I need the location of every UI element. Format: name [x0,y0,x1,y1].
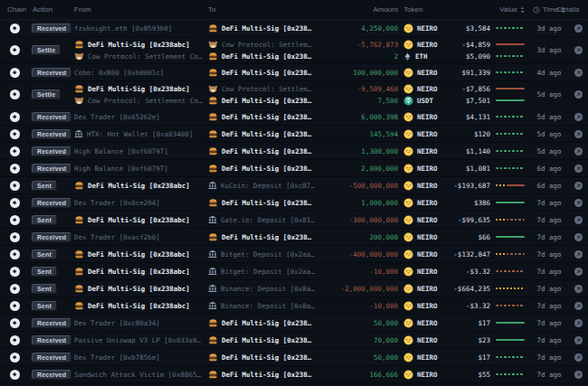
entity-link[interactable]: DeFi Multi-Sig [0x238abc] [208,317,315,329]
entity-link[interactable]: DeFi Multi-Sig [0x238abc] [208,231,315,243]
token-entry[interactable]: NEIRO [403,300,438,312]
details-icon[interactable] [574,302,583,310]
token-entry[interactable]: NEIRO [403,249,438,260]
details-icon[interactable] [574,216,583,224]
entity-link[interactable]: Dex Trader [0x0ce204] [74,197,160,209]
details-icon[interactable] [574,285,583,293]
entity-link[interactable]: DeFi Multi-Sig [0x238abc] [208,334,315,346]
table-row[interactable]: ◆ReceivedDex Trader [0xb7856e]DeFi Multi… [0,349,588,366]
token-entry[interactable]: NEIRO [403,283,438,295]
ethereum-chain-icon[interactable]: ◆ [10,198,20,208]
entity-link[interactable]: DeFi Multi-Sig [0x238abc] [74,83,190,95]
table-row[interactable]: ◆SentDeFi Multi-Sig [0x238abc]KuCoin: De… [0,177,588,194]
token-entry[interactable]: NEIRO [403,369,438,381]
ethereum-chain-icon[interactable]: ◆ [10,318,20,328]
token-entry[interactable]: NEIRO [403,83,438,95]
ethereum-chain-icon[interactable]: ◆ [10,89,20,99]
entity-link[interactable]: DeFi Multi-Sig [0x238abc] [208,128,315,140]
entity-link[interactable]: DeFi Multi-Sig [0x238abc] [208,23,315,34]
ethereum-chain-icon[interactable]: ◆ [10,335,20,345]
entity-link[interactable]: DeFi Multi-Sig [0x238abc] [208,95,315,107]
entity-link[interactable]: Cow Protocol: Settlement Contra… [74,51,204,62]
details-icon[interactable] [574,199,583,207]
details-icon[interactable] [574,336,583,344]
entity-link[interactable]: Cow Protocol: Settlement Contra… [208,83,315,95]
ethereum-chain-icon[interactable]: ◆ [10,45,20,55]
token-entry[interactable]: NEIRO [403,352,438,363]
details-icon[interactable] [574,165,583,173]
ethereum-chain-icon[interactable]: ◆ [10,181,20,191]
entity-link[interactable]: Cow Protocol: Settlement Contra… [208,39,315,51]
entity-link[interactable]: Dex Trader [0xacf2b0] [74,231,160,243]
ethereum-chain-icon[interactable]: ◆ [10,68,20,78]
ethereum-chain-icon[interactable]: ◆ [10,164,20,174]
ethereum-chain-icon[interactable]: ◆ [10,301,20,311]
entity-link[interactable]: HTX: Hot Wallet [0xa03400] [74,128,193,140]
details-icon[interactable] [574,353,583,362]
details-icon[interactable] [574,69,583,77]
table-row[interactable]: ◆SentDeFi Multi-Sig [0x238abc]Binance: D… [0,297,588,315]
token-entry[interactable]: ETH [403,51,428,62]
table-row[interactable]: ◆SentDeFi Multi-Sig [0x238abc]Bitget: De… [0,246,588,263]
ethereum-chain-icon[interactable]: ◆ [10,353,20,362]
entity-link[interactable]: Bitget: Deposit [0x2aa6d6] [208,266,315,278]
table-row[interactable]: ◆ReceivedSandwich Attack Victim [0x8865b… [0,366,588,383]
header-value-sort[interactable]: Value [454,5,530,14]
token-entry[interactable]: NEIRO [403,111,438,123]
table-row[interactable]: ◆SettleDeFi Multi-Sig [0x238abc]Cow Prot… [0,37,588,64]
entity-link[interactable]: DeFi Multi-Sig [0x238abc] [74,266,190,278]
entity-link[interactable]: Passive Uniswap V3 LP [0x033a99] [74,334,204,346]
details-icon[interactable] [574,24,583,33]
ethereum-chain-icon[interactable]: ◆ [10,370,20,380]
entity-link[interactable]: DeFi Multi-Sig [0x238abc] [74,249,190,260]
details-icon[interactable] [574,250,583,259]
token-entry[interactable]: NEIRO [403,67,438,79]
entity-link[interactable]: DeFi Multi-Sig [0x238abc] [208,111,315,123]
entity-link[interactable]: fzxknight.eth [0x8593b0] [74,23,172,34]
details-icon[interactable] [574,319,583,327]
table-row[interactable]: ◆ReceivedCobo: 0xB00 [0xb0001c]DeFi Mult… [0,64,588,81]
table-row[interactable]: ◆Receivedfzxknight.eth [0x8593b0]DeFi Mu… [0,20,588,37]
token-entry[interactable]: NEIRO [403,231,438,243]
table-row[interactable]: ◆ReceivedPassive Uniswap V3 LP [0x033a99… [0,332,588,349]
ethereum-chain-icon[interactable]: ◆ [10,249,20,259]
entity-link[interactable]: DeFi Multi-Sig [0x238abc] [208,197,315,209]
entity-link[interactable]: Dex Trader [0xb7856e] [74,352,160,363]
entity-link[interactable]: DeFi Multi-Sig [0x238abc] [74,283,190,295]
entity-link[interactable]: DeFi Multi-Sig [0x238abc] [74,39,190,51]
details-icon[interactable] [574,233,583,241]
entity-link[interactable]: High Balance [0xf60797] [74,163,168,174]
details-icon[interactable] [574,90,583,99]
table-row[interactable]: ◆ReceivedDex Trader [0x65262e]DeFi Multi… [0,108,588,126]
details-icon[interactable] [574,268,583,276]
table-row[interactable]: ◆ReceivedDex Trader [0xacf2b0]DeFi Multi… [0,229,588,246]
token-entry[interactable]: NEIRO [403,197,438,209]
ethereum-chain-icon[interactable]: ◆ [10,129,20,139]
entity-link[interactable]: High Balance [0xf60797] [74,146,168,157]
table-row[interactable]: ◆ReceivedHTX: Hot Wallet [0xa03400]DeFi … [0,126,588,143]
table-row[interactable]: ◆ReceivedHigh Balance [0xf60797]DeFi Mul… [0,143,588,160]
entity-link[interactable]: DeFi Multi-Sig [0x238abc] [74,180,190,192]
entity-link[interactable]: DeFi Multi-Sig [0x238abc] [208,146,315,157]
entity-link[interactable]: Cow Protocol: Settlement Contra… [74,95,204,107]
token-entry[interactable]: NEIRO [403,128,438,140]
entity-link[interactable]: DeFi Multi-Sig [0x238abc] [74,300,190,312]
details-icon[interactable] [574,147,583,155]
entity-link[interactable]: Binance: Deposit [0x8ac883] [208,283,315,295]
token-entry[interactable]: NEIRO [403,163,438,174]
details-icon[interactable] [574,46,583,54]
table-row[interactable]: ◆ReceivedHigh Balance [0xf60797]DeFi Mul… [0,160,588,177]
ethereum-chain-icon[interactable]: ◆ [10,215,20,225]
table-row[interactable]: ◆SentDeFi Multi-Sig [0x238abc]Gate.io: D… [0,212,588,229]
table-row[interactable]: ◆ReceivedDex Trader [0x0ce204]DeFi Multi… [0,194,588,212]
token-entry[interactable]: NEIRO [403,23,438,34]
token-entry[interactable]: NEIRO [403,180,438,192]
ethereum-chain-icon[interactable]: ◆ [10,284,20,294]
ethereum-chain-icon[interactable]: ◆ [10,232,20,242]
entity-link[interactable]: Binance: Deposit [0x8ac883] [208,300,315,312]
entity-link[interactable]: DeFi Multi-Sig [0x238abc] [208,369,315,381]
entity-link[interactable]: DeFi Multi-Sig [0x238abc] [74,214,190,226]
table-row[interactable]: ◆SentDeFi Multi-Sig [0x238abc]Binance: D… [0,280,588,297]
ethereum-chain-icon[interactable]: ◆ [10,24,20,33]
entity-link[interactable]: KuCoin: Deposit [0xc870ed] [208,180,315,192]
